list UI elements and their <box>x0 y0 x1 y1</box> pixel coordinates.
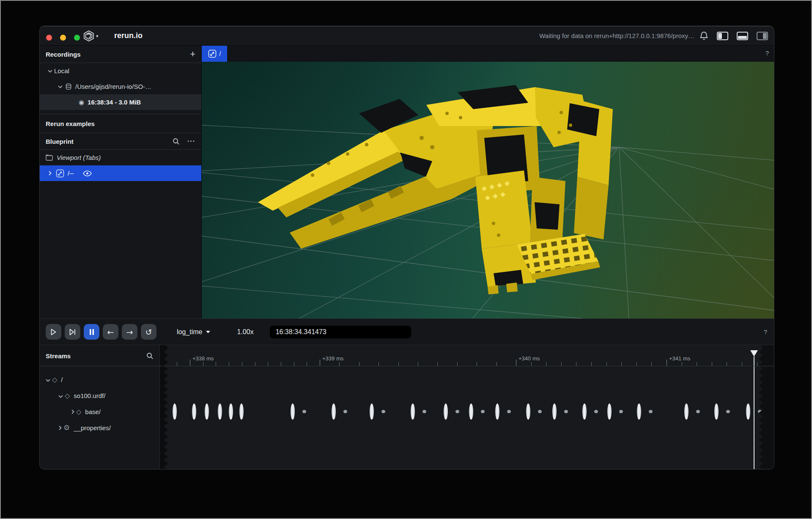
stream-tree-item-properties[interactable]: ⚙ __properties/ <box>40 420 159 436</box>
tick-label: +341 ms <box>669 355 690 362</box>
timeline-event-mark <box>444 404 448 420</box>
timeline-event-mark <box>582 404 587 420</box>
timeline-scrub-area[interactable]: +338 ms+339 ms+340 ms+341 ms <box>159 345 774 470</box>
blueprint-viewport-label: Viewport (Tabs) <box>57 154 101 161</box>
timeline-event-mark <box>205 404 209 420</box>
viewport-tab-root[interactable]: / <box>202 46 227 62</box>
major-tick <box>320 360 320 366</box>
timeline-selector-dropdown[interactable]: log_time <box>177 328 211 336</box>
streams-panel-header: Streams <box>40 345 159 366</box>
streams-panel: Streams ◇ / ◇ so100.urdf/ ◇ base/ <box>40 345 159 470</box>
chevron-down-icon <box>46 69 54 73</box>
blueprint-viewport-item[interactable]: Viewport (Tabs) <box>40 150 201 165</box>
chevron-right-icon[interactable] <box>58 424 62 431</box>
entity-diamond-icon: ◇ <box>52 376 57 384</box>
timeline-event-dot <box>696 410 700 413</box>
timeline-event-dot <box>507 410 511 413</box>
timeline-event-dot <box>422 410 426 413</box>
search-icon[interactable] <box>173 138 180 145</box>
notifications-bell-icon[interactable] <box>700 31 708 41</box>
stream-tree-label: / <box>61 376 63 383</box>
chevron-down-icon[interactable] <box>46 376 50 383</box>
entity-diamond-icon: ◇ <box>65 392 70 400</box>
rerun-examples-label: Rerun examples <box>46 120 95 127</box>
more-options-icon[interactable]: ··· <box>187 137 195 145</box>
screenshot-stage: ▾ rerun.io Waiting for data on rerun+htt… <box>0 0 812 519</box>
remove-button[interactable]: – <box>69 169 74 178</box>
step-forward-button[interactable]: → <box>122 324 137 340</box>
titlebar: ▾ rerun.io Waiting for data on rerun+htt… <box>40 26 774 46</box>
stream-tree-item-urdf[interactable]: ◇ so100.urdf/ <box>40 387 159 404</box>
stream-tree-label: base/ <box>85 408 101 415</box>
recording-item-label: 16:38:34 - 3.0 MiB <box>88 99 141 106</box>
timeline-help-button[interactable]: ? <box>764 328 767 335</box>
timeline-event-dot <box>619 410 623 413</box>
timeline-event-mark <box>746 404 750 420</box>
step-back-button[interactable]: ← <box>103 324 118 340</box>
viewport-tabbar: / ? <box>202 46 774 62</box>
search-icon[interactable] <box>146 352 154 360</box>
play-button[interactable] <box>46 324 61 340</box>
spatial-3d-viewport[interactable] <box>202 62 774 319</box>
chevron-right-icon[interactable] <box>71 408 74 415</box>
timeline-event-mark <box>218 404 222 420</box>
recording-item-selected[interactable]: ◉ 16:38:34 - 3.0 MiB <box>40 94 201 110</box>
stream-tree-item-root[interactable]: ◇ / <box>40 371 159 387</box>
current-time-input[interactable]: 16:38:34.341473 <box>270 326 411 338</box>
major-tick <box>667 360 667 366</box>
chevron-down-icon <box>206 330 211 334</box>
timeline-event-dot <box>758 410 762 413</box>
major-tick <box>516 360 516 366</box>
tick-label: +338 ms <box>192 355 214 362</box>
timeline-event-mark <box>684 404 689 420</box>
spatial-view-icon <box>208 49 217 58</box>
chevron-right-icon[interactable] <box>46 171 54 176</box>
playhead-line[interactable] <box>754 357 754 470</box>
timeline-event-mark <box>637 404 641 420</box>
gear-icon: ⚙ <box>63 423 70 432</box>
blueprint-title: Blueprint <box>46 138 74 145</box>
timeline-event-mark <box>469 404 473 420</box>
recordings-group-local[interactable]: Local <box>40 63 201 79</box>
toggle-left-panel-icon[interactable] <box>717 32 728 40</box>
timeline-event-dot <box>381 410 385 413</box>
chevron-down-icon <box>56 85 64 88</box>
timeline-event-mark <box>239 404 244 420</box>
pause-button[interactable] <box>84 324 99 340</box>
playhead-handle[interactable] <box>750 350 758 357</box>
tick-label: +339 ms <box>322 355 343 362</box>
playback-speed[interactable]: 1.00x <box>237 328 253 336</box>
record-icon: ◉ <box>79 99 84 106</box>
streams-resize-handle[interactable] <box>159 345 160 470</box>
chevron-down-icon: ▾ <box>96 33 99 39</box>
viewport-tabs-icon <box>46 154 53 161</box>
minimize-window-button[interactable] <box>60 35 66 41</box>
recordings-title: Recordings <box>46 51 81 58</box>
timeline-event-mark <box>229 404 233 420</box>
recording-dataset-item[interactable]: /Users/gijsd/rerun-io/SO-… <box>40 79 201 94</box>
rerun-menu-button[interactable]: ▾ <box>84 30 99 41</box>
chevron-down-icon[interactable] <box>58 392 63 399</box>
connection-status-text: Waiting for data on rerun+http://127.0.0… <box>539 32 694 39</box>
timeline-event-dot <box>564 410 568 413</box>
toggle-right-panel-icon[interactable] <box>757 32 768 40</box>
timeline-event-dot <box>343 410 347 413</box>
timeline-data-edges <box>159 345 774 470</box>
timeline-event-mark <box>526 404 530 420</box>
follow-latest-button[interactable] <box>65 324 80 340</box>
stream-tree-label: __properties/ <box>74 424 111 431</box>
timeline-event-dot <box>649 410 653 413</box>
robot-arm-model <box>202 62 774 319</box>
timeline-event-mark <box>370 404 374 420</box>
add-recording-button[interactable]: + <box>190 49 195 59</box>
close-window-button[interactable] <box>46 35 52 41</box>
zoom-window-button[interactable] <box>74 35 80 41</box>
timeline-event-mark <box>411 404 415 420</box>
stream-tree-item-base[interactable]: ◇ base/ <box>40 404 159 420</box>
loop-button[interactable]: ↺ <box>141 324 156 340</box>
blueprint-root-item-selected[interactable]: / – <box>40 165 201 181</box>
visibility-eye-icon[interactable] <box>83 170 92 176</box>
viewport-help-button[interactable]: ? <box>765 49 769 57</box>
toggle-bottom-panel-icon[interactable] <box>737 32 748 40</box>
rerun-examples-header[interactable]: Rerun examples <box>40 114 201 133</box>
